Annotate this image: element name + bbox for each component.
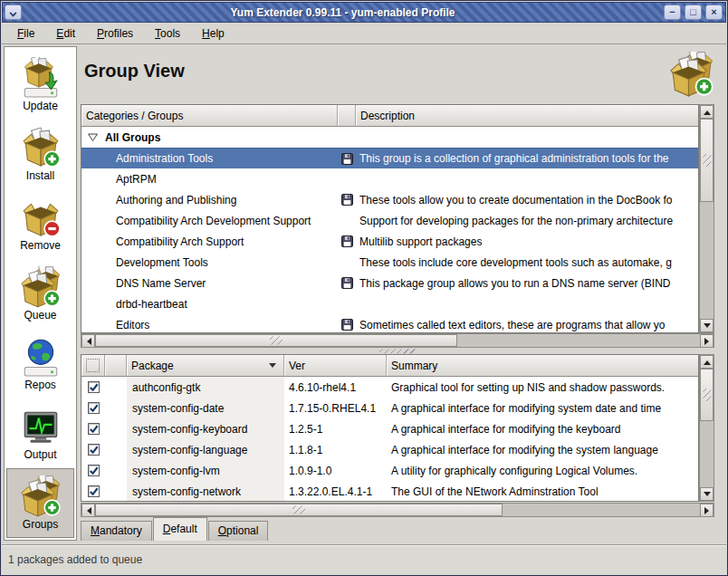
group-row-aptrpm[interactable]: AptRPM <box>81 168 698 189</box>
sidebar-item-label: Groups <box>23 518 58 531</box>
scroll-up-button[interactable] <box>700 105 714 119</box>
floppy-icon <box>341 277 353 289</box>
sidebar-item-update[interactable]: Update <box>6 50 74 120</box>
sidebar-item-install[interactable]: Install <box>6 120 74 189</box>
arrow-down-icon <box>704 323 711 331</box>
group-row-dns-name-server[interactable]: DNS Name Server This package group allow… <box>81 273 698 293</box>
sidebar-item-output[interactable]: Output <box>6 398 74 468</box>
scroll-thumb[interactable] <box>700 119 714 202</box>
column-header-checkbox[interactable] <box>81 355 105 377</box>
check-icon <box>89 466 99 475</box>
window-menu-button[interactable] <box>5 5 22 20</box>
group-row-development-tools[interactable]: Development ToolsThese tools include cor… <box>81 252 698 273</box>
maximize-button[interactable]: □ <box>685 5 702 20</box>
check-icon <box>89 445 99 455</box>
group-row-compat-arch-dev-support[interactable]: Compatibility Arch Development SupportSu… <box>81 210 698 231</box>
grip-icon <box>379 349 416 353</box>
tab-optional[interactable]: Optional <box>208 521 269 541</box>
scroll-track[interactable] <box>457 334 700 347</box>
groups-table: Categories / Groups Description All Grou… <box>81 104 699 333</box>
grip-icon <box>270 337 283 345</box>
scroll-up-button[interactable] <box>700 355 714 369</box>
scroll-thumb[interactable] <box>95 504 503 516</box>
packages-vertical-scrollbar[interactable] <box>699 354 714 502</box>
arrow-up-icon <box>704 357 711 365</box>
floppy-icon <box>341 319 353 331</box>
scroll-right-button[interactable] <box>700 334 714 348</box>
window-controls: − □ × <box>662 5 724 20</box>
close-button[interactable]: × <box>705 5 723 20</box>
pane-splitter[interactable] <box>81 348 714 354</box>
package-checkbox[interactable] <box>88 465 100 476</box>
package-checkbox[interactable] <box>88 485 100 497</box>
minimize-icon: − <box>669 6 675 17</box>
column-header-summary[interactable]: Summary <box>387 355 698 377</box>
floppy-icon <box>341 153 353 165</box>
floppy-icon <box>341 235 353 247</box>
column-header-blank[interactable] <box>105 355 127 377</box>
arrow-up-icon <box>704 107 711 115</box>
floppy-icon <box>341 194 353 206</box>
arrow-left-icon <box>83 338 91 345</box>
maximize-icon: □ <box>690 6 696 17</box>
sidebar-item-label: Remove <box>20 239 61 252</box>
titlebar[interactable]: Yum Extender 0.99.11 - yum-enabled Profi… <box>2 2 726 23</box>
expander-open-icon[interactable] <box>87 131 99 143</box>
tab-mandatory[interactable]: Mandatory <box>81 521 152 541</box>
check-icon <box>89 403 99 413</box>
column-header-description[interactable]: Description <box>356 105 698 127</box>
check-icon <box>89 382 99 392</box>
column-header-categories-groups[interactable]: Categories / Groups <box>81 105 338 127</box>
sidebar-item-queue[interactable]: Queue <box>6 259 74 329</box>
menu-tools[interactable]: Tools <box>147 24 188 43</box>
scroll-right-button[interactable] <box>700 504 714 517</box>
package-row[interactable]: authconfig-gtk 4.6.10-rhel4.1 Graphical … <box>81 377 698 398</box>
group-row-authoring-and-publishing[interactable]: Authoring and Publishing These tools all… <box>81 189 698 210</box>
package-row[interactable]: system-config-keyboard 1.2.5-1 A graphic… <box>81 418 698 439</box>
column-header-group-icon[interactable] <box>338 105 356 127</box>
groups-vertical-scrollbar[interactable] <box>699 104 714 333</box>
sidebar-item-label: Repos <box>24 379 56 391</box>
groups-horizontal-scrollbar[interactable] <box>81 333 714 348</box>
menu-help[interactable]: Help <box>194 24 233 43</box>
group-row-editors[interactable]: Editors Sometimes called text editors, t… <box>81 314 698 333</box>
package-checkbox[interactable] <box>88 381 100 393</box>
check-icon <box>89 486 99 496</box>
package-row[interactable]: system-config-lvm 1.0.9-1.0 A utility fo… <box>81 460 698 481</box>
package-row[interactable]: system-config-language 1.1.8-1 A graphic… <box>81 439 698 460</box>
scroll-left-button[interactable] <box>81 334 95 348</box>
package-row[interactable]: system-config-date 1.7.15-0.RHEL4.1 A gr… <box>81 398 698 418</box>
scroll-track[interactable] <box>700 202 714 319</box>
minimize-button[interactable]: − <box>664 5 681 20</box>
scroll-track[interactable] <box>700 421 714 487</box>
sort-descending-icon <box>269 363 276 371</box>
scroll-thumb[interactable] <box>700 369 714 421</box>
group-row-drbd-heartbeat[interactable]: drbd-heartbeat <box>81 293 698 314</box>
package-row[interactable]: system-config-network 1.3.22.0.EL.4.1-1 … <box>81 481 698 502</box>
scroll-left-button[interactable] <box>81 504 95 517</box>
package-checkbox[interactable] <box>88 423 100 435</box>
packages-horizontal-scrollbar[interactable] <box>81 503 714 517</box>
menu-edit[interactable]: Edit <box>48 24 83 43</box>
focus-rect <box>86 359 100 372</box>
tab-default[interactable]: Default <box>153 517 207 541</box>
scroll-thumb[interactable] <box>95 334 457 347</box>
sidebar-item-remove[interactable]: Remove <box>6 189 74 259</box>
package-checkbox[interactable] <box>88 402 100 414</box>
scroll-down-button[interactable] <box>700 319 714 332</box>
package-type-tabs: Mandatory Default Optional <box>81 517 269 541</box>
menu-profiles[interactable]: Profiles <box>89 24 141 43</box>
group-row-all-groups[interactable]: All Groups <box>81 127 698 148</box>
menu-file[interactable]: File <box>9 24 43 43</box>
scroll-down-button[interactable] <box>700 487 714 501</box>
grip-icon <box>292 506 305 514</box>
packages-table: Package Ver Summary authconfig-gtk 4.6.1… <box>81 354 699 502</box>
package-checkbox[interactable] <box>88 444 100 456</box>
scroll-track[interactable] <box>503 504 700 516</box>
column-header-ver[interactable]: Ver <box>284 355 387 377</box>
group-row-compat-arch-support[interactable]: Compatibility Arch Support Multilib supp… <box>81 231 698 252</box>
column-header-package[interactable]: Package <box>127 355 284 377</box>
sidebar-item-groups[interactable]: Groups <box>6 468 74 538</box>
group-row-administration-tools[interactable]: Administration Tools This group is a col… <box>81 148 698 168</box>
sidebar-item-repos[interactable]: Repos <box>6 329 74 398</box>
